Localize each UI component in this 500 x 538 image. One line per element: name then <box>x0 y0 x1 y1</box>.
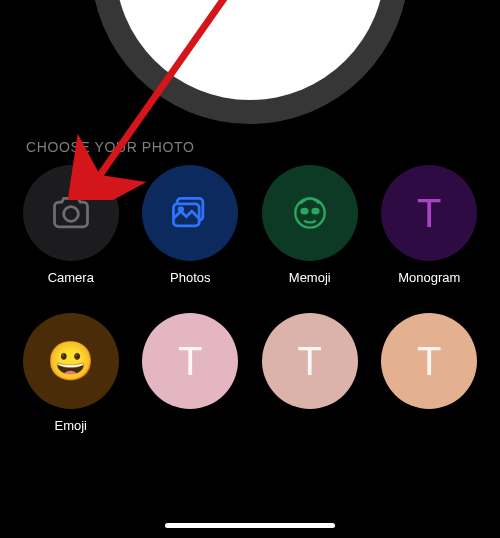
emoji-circle: 😀 <box>23 313 119 409</box>
memoji-icon <box>288 191 332 235</box>
photos-icon <box>168 191 212 235</box>
memoji-circle <box>262 165 358 261</box>
preset-blush-circle: T <box>262 313 358 409</box>
preset-letter: T <box>417 339 441 384</box>
monogram-option[interactable]: T Monogram <box>381 165 479 285</box>
svg-point-6 <box>300 208 308 215</box>
camera-label: Camera <box>48 270 94 285</box>
monogram-circle: T <box>381 165 477 261</box>
photos-circle <box>142 165 238 261</box>
svg-point-1 <box>63 207 78 222</box>
choose-photo-header: CHOOSE YOUR PHOTO <box>26 139 194 155</box>
svg-point-7 <box>311 208 319 215</box>
preset-pink-circle: T <box>142 313 238 409</box>
emoji-label: Emoji <box>54 418 87 433</box>
photos-option[interactable]: Photos <box>142 165 240 285</box>
monogram-letter: T <box>417 191 441 236</box>
camera-icon <box>49 191 93 235</box>
camera-option[interactable]: Camera <box>22 165 120 285</box>
photos-label: Photos <box>170 270 210 285</box>
camera-circle <box>23 165 119 261</box>
home-indicator[interactable] <box>165 523 335 528</box>
photo-options-grid: Camera Photos Memoji T <box>22 165 478 433</box>
emoji-option[interactable]: 😀 Emoji <box>22 313 120 433</box>
preset-letter: T <box>298 339 322 384</box>
preset-pink-option[interactable]: T <box>142 313 240 433</box>
memoji-option[interactable]: Memoji <box>261 165 359 285</box>
preset-letter: T <box>178 339 202 384</box>
memoji-label: Memoji <box>289 270 331 285</box>
svg-point-4 <box>179 208 183 212</box>
monogram-label: Monogram <box>398 270 460 285</box>
preset-blush-option[interactable]: T <box>261 313 359 433</box>
avatar-preview-circle <box>115 0 385 100</box>
preset-peach-option[interactable]: T <box>381 313 479 433</box>
emoji-icon: 😀 <box>47 339 94 383</box>
preset-peach-circle: T <box>381 313 477 409</box>
